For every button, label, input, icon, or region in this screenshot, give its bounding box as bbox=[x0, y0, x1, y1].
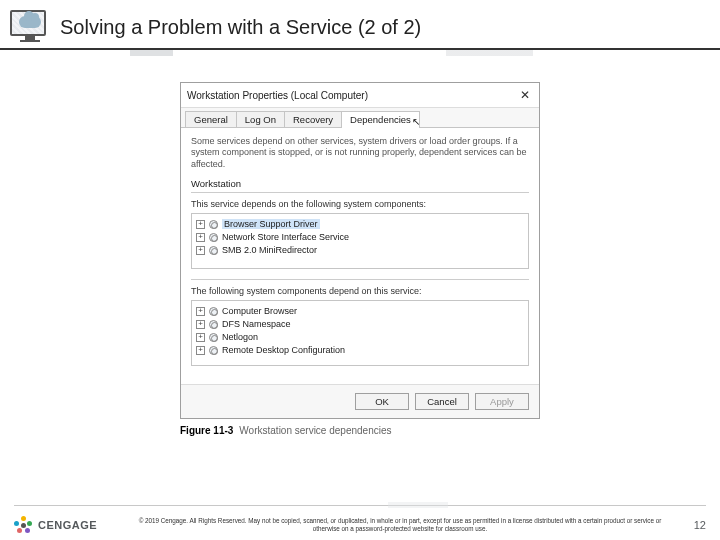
divider bbox=[191, 192, 529, 193]
figure-caption: Figure 11-3Workstation service dependenc… bbox=[180, 425, 540, 436]
intro-text: Some services depend on other services, … bbox=[191, 136, 529, 170]
service-icon bbox=[208, 345, 219, 356]
service-icon bbox=[208, 232, 219, 243]
tree-row[interactable]: + DFS Namespace bbox=[196, 318, 524, 331]
slide-title: Solving a Problem with a Service (2 of 2… bbox=[60, 16, 421, 39]
figure-number: Figure 11-3 bbox=[180, 425, 233, 436]
monitor-cloud-icon bbox=[10, 10, 50, 44]
tree-item-label: Network Store Interface Service bbox=[222, 232, 349, 242]
properties-dialog: Workstation Properties (Local Computer) … bbox=[180, 82, 540, 419]
footer-divider bbox=[14, 505, 706, 506]
tab-dependencies-label: Dependencies bbox=[350, 114, 411, 125]
expand-icon[interactable]: + bbox=[196, 246, 205, 255]
tree-row[interactable]: + Remote Desktop Configuration bbox=[196, 344, 524, 357]
expand-icon[interactable]: + bbox=[196, 307, 205, 316]
figure-wrap: Workstation Properties (Local Computer) … bbox=[180, 82, 540, 436]
close-icon[interactable]: ✕ bbox=[517, 87, 533, 103]
dialog-titlebar: Workstation Properties (Local Computer) … bbox=[181, 83, 539, 108]
tree-item-label: Browser Support Driver bbox=[222, 219, 320, 229]
tab-general[interactable]: General bbox=[185, 111, 237, 127]
tree-item-label: Remote Desktop Configuration bbox=[222, 345, 345, 355]
service-icon bbox=[208, 245, 219, 256]
dependents-tree: + Computer Browser + DFS Namespace + Net… bbox=[191, 300, 529, 366]
tree-row[interactable]: + SMB 2.0 MiniRedirector bbox=[196, 244, 524, 257]
dialog-body: Some services depend on other services, … bbox=[181, 128, 539, 384]
tree-row[interactable]: + Network Store Interface Service bbox=[196, 231, 524, 244]
brand-logo-icon bbox=[14, 516, 32, 534]
tab-dependencies[interactable]: Dependencies ↖ bbox=[341, 111, 420, 127]
expand-icon[interactable]: + bbox=[196, 220, 205, 229]
brand: CENGAGE bbox=[14, 516, 124, 534]
section-label-workstation: Workstation bbox=[191, 178, 529, 189]
tree-item-label: SMB 2.0 MiniRedirector bbox=[222, 245, 317, 255]
dialog-button-row: OK Cancel Apply bbox=[181, 384, 539, 418]
header-divider-smudge bbox=[0, 50, 720, 56]
cancel-button[interactable]: Cancel bbox=[415, 393, 469, 410]
expand-icon[interactable]: + bbox=[196, 233, 205, 242]
dependents-text: The following system components depend o… bbox=[191, 286, 529, 296]
depends-on-text: This service depends on the following sy… bbox=[191, 199, 529, 209]
service-icon bbox=[208, 219, 219, 230]
dialog-tabs: General Log On Recovery Dependencies ↖ bbox=[181, 108, 539, 128]
slide-footer: CENGAGE © 2019 Cengage. All Rights Reser… bbox=[0, 505, 720, 540]
brand-text: CENGAGE bbox=[38, 519, 97, 531]
expand-icon[interactable]: + bbox=[196, 333, 205, 342]
tab-log-on[interactable]: Log On bbox=[236, 111, 285, 127]
tree-row[interactable]: + Netlogon bbox=[196, 331, 524, 344]
dialog-title: Workstation Properties (Local Computer) bbox=[187, 90, 368, 101]
expand-icon[interactable]: + bbox=[196, 320, 205, 329]
ok-button[interactable]: OK bbox=[355, 393, 409, 410]
expand-icon[interactable]: + bbox=[196, 346, 205, 355]
service-icon bbox=[208, 332, 219, 343]
tree-row[interactable]: + Browser Support Driver bbox=[196, 218, 524, 231]
tree-item-label: Netlogon bbox=[222, 332, 258, 342]
tree-item-label: DFS Namespace bbox=[222, 319, 291, 329]
tab-recovery[interactable]: Recovery bbox=[284, 111, 342, 127]
divider bbox=[191, 279, 529, 280]
figure-caption-text: Workstation service dependencies bbox=[239, 425, 391, 436]
cursor-icon: ↖ bbox=[412, 116, 420, 127]
tree-item-label: Computer Browser bbox=[222, 306, 297, 316]
tree-row[interactable]: + Computer Browser bbox=[196, 305, 524, 318]
depends-on-tree: + Browser Support Driver + Network Store… bbox=[191, 213, 529, 269]
service-icon bbox=[208, 319, 219, 330]
slide-header: Solving a Problem with a Service (2 of 2… bbox=[0, 0, 720, 50]
service-icon bbox=[208, 306, 219, 317]
page-number: 12 bbox=[676, 519, 706, 531]
copyright-text: © 2019 Cengage. All Rights Reserved. May… bbox=[124, 517, 676, 533]
apply-button[interactable]: Apply bbox=[475, 393, 529, 410]
